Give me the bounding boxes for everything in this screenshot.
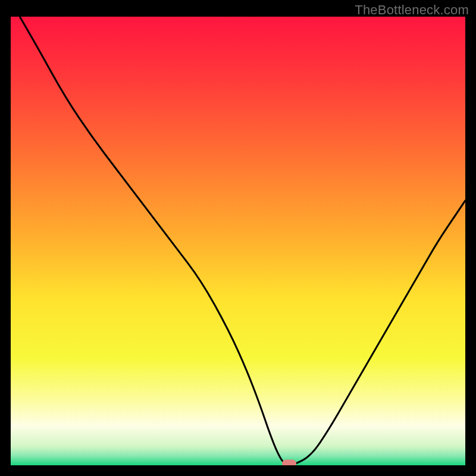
chart-frame: TheBottleneck.com xyxy=(0,0,476,476)
bottleneck-minimum-marker xyxy=(282,460,296,466)
plot-area xyxy=(11,17,465,465)
bottleneck-curve xyxy=(11,17,465,465)
watermark-text: TheBottleneck.com xyxy=(355,2,469,18)
